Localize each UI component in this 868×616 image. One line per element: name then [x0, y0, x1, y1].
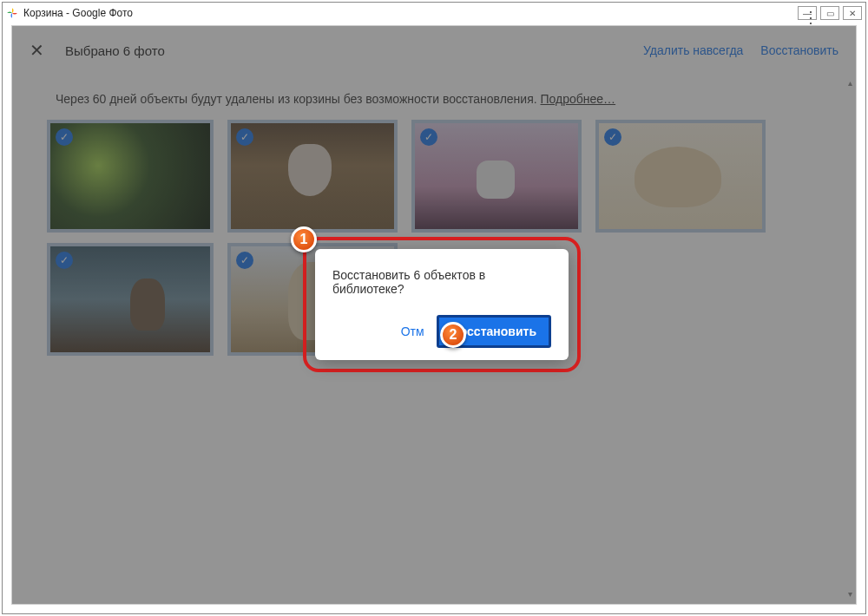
- close-window-button[interactable]: ✕: [843, 6, 862, 20]
- annotation-badge-2: 2: [440, 322, 466, 348]
- annotation-badge-1: 1: [291, 226, 317, 252]
- dialog-message: Восстановить 6 объектов в библиотеке?: [332, 268, 551, 296]
- dialog-highlight: Восстановить 6 объектов в библиотеке? От…: [303, 237, 581, 372]
- restore-dialog: Восстановить 6 объектов в библиотеке? От…: [315, 249, 569, 360]
- titlebar: Корзина - Google Фото ⋮ — ▭ ✕: [3, 3, 865, 23]
- cancel-button[interactable]: Отм: [398, 319, 428, 344]
- app-window: Корзина - Google Фото ⋮ — ▭ ✕ ✕ Выбрано …: [2, 2, 866, 614]
- window-title: Корзина - Google Фото: [23, 7, 133, 19]
- google-photos-icon: [6, 7, 18, 19]
